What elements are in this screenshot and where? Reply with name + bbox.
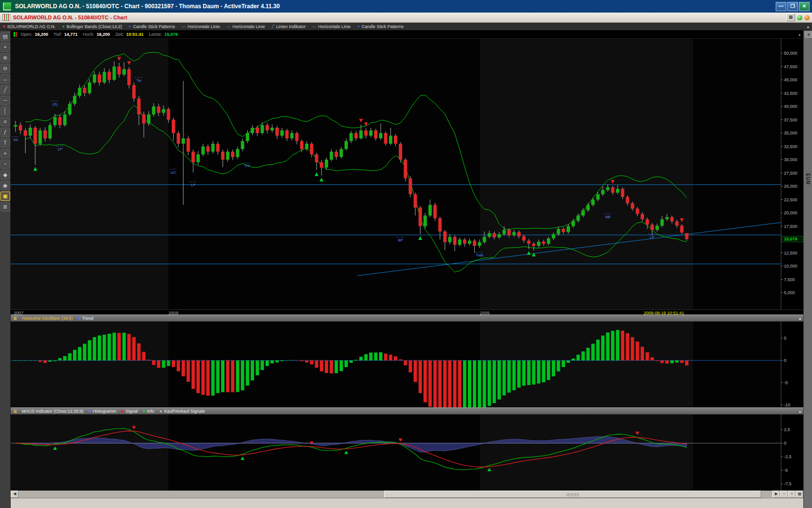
macd-panel[interactable]: 2,50-2,5-5-7,5 (11, 415, 803, 491)
legend-item-icon: — (312, 25, 316, 29)
svg-text:-2,5: -2,5 (784, 454, 792, 459)
indicator-legend-item[interactable]: ◆Trend (77, 316, 93, 321)
panel-collapse-button[interactable]: ▴ (799, 409, 801, 414)
minimize-button[interactable]: — (776, 2, 786, 11)
scroll-left-button[interactable]: ◀ (11, 491, 18, 498)
svg-text:0: 0 (784, 358, 786, 363)
legend-item-horizontale-linie[interactable]: —Horizontale Linie (312, 24, 350, 29)
svg-text:2,5: 2,5 (784, 427, 790, 432)
zoom-in-button[interactable]: + (788, 491, 796, 498)
drawing-toolbar: ▤+⊕⊖↔╱─│≡ƒT⌖~◆◉▣≣ (0, 30, 11, 508)
zoom-in-tool[interactable]: ⊕ (0, 53, 10, 62)
svg-text:DC: DC (245, 164, 251, 168)
text-tool[interactable]: T (0, 138, 10, 148)
open-value: 16,200 (35, 32, 48, 37)
indicator-legend-label: Kauf/Verkauf Signale (165, 409, 205, 414)
legend-item-label: Bollinger Bands (Close;14;2) (67, 24, 122, 29)
panel-collapse-button[interactable]: ▴ (799, 316, 801, 321)
pattern-tool[interactable]: ◆ (0, 170, 10, 179)
last-label: Letzte: (149, 32, 162, 37)
maximize-button[interactable]: ❐ (787, 2, 798, 11)
indicator-title: MACD Indicator (Close;12;26;9) (22, 409, 84, 414)
svg-text:25,000: 25,000 (784, 184, 797, 189)
indicator-legend-label: Histogramm (93, 409, 117, 414)
horizontal-scrollbar: ◀ ▶ − + ▦ (11, 491, 803, 498)
zoom-out-button[interactable]: − (780, 491, 788, 498)
legend-item-icon: ■ (3, 25, 5, 29)
svg-text:15,079: 15,079 (784, 237, 797, 241)
alert-tool[interactable]: ◉ (0, 181, 10, 190)
time-value: 10:51:41 (126, 32, 144, 37)
indicator-legend-item[interactable]: ◆Histogramm (89, 409, 117, 414)
svg-text:TwB: TwB (476, 253, 483, 257)
legend-item-label: SOLARWORLD AG O.N. (7, 24, 56, 29)
alert-status-icon (804, 15, 810, 20)
print-tool[interactable]: ≣ (0, 202, 10, 211)
calendar-button[interactable]: ▦ (796, 491, 803, 498)
legend-item-label: Linien Indikator (276, 24, 305, 29)
legend-item-label: Candle Stick Patterns (361, 24, 404, 29)
legend-item-icon: — (182, 25, 186, 29)
chart-window-title: SOLARWORLD AG O.N. - 510840/OTC - Chart (13, 15, 127, 20)
layout-button[interactable]: ▦ (786, 14, 795, 21)
ao-legend-bar: ≣Awesome Oscillator (34;5)◆Trend▴ (11, 314, 803, 322)
pan-tool[interactable]: ↔ (0, 75, 10, 84)
indicator-legend-item[interactable]: ▲Kauf/Verkauf Signale (159, 409, 205, 414)
indicator-legend-item[interactable]: ◆Signal (121, 409, 137, 414)
legend-item-icon: — (227, 25, 231, 29)
candlestick-icon (14, 32, 18, 37)
horizontal-line-tool[interactable]: ─ (0, 96, 10, 105)
indicator-legend-label: Signal (125, 409, 137, 414)
panel-collapse-button[interactable]: ▴ (798, 32, 801, 37)
svg-text:5,000: 5,000 (784, 290, 795, 295)
trendline-tool[interactable]: ╱ (0, 85, 10, 94)
indicator-icon: ≣ (13, 409, 17, 414)
legend-item-candle-stick-patterns[interactable]: ●Candle Stick Patterns (358, 24, 404, 29)
indicator-legend-item[interactable]: ◆Info (142, 409, 154, 414)
fibonacci-tool[interactable]: ƒ (0, 128, 10, 137)
scrollbar-track[interactable] (18, 491, 772, 498)
svg-text:7,500: 7,500 (784, 277, 795, 282)
scroll-right-button[interactable]: ▶ (772, 491, 780, 498)
window-bottom-edge (11, 498, 803, 508)
close-button[interactable]: ✕ (799, 2, 810, 11)
measure-tool[interactable]: ⌖ (0, 149, 10, 158)
channel-tool[interactable]: ≡ (0, 117, 10, 126)
chart-window-tool[interactable]: ▤ (0, 32, 10, 41)
high-value: 16,200 (97, 32, 110, 37)
price-axis[interactable]: 50,00047,50045,00042,50040,00037,50035,0… (781, 39, 803, 310)
svg-text:35,000: 35,000 (784, 131, 797, 135)
indicator-icon: ≣ (13, 316, 17, 321)
svg-text:LP: LP (58, 147, 62, 151)
legend-item-label: Horizontale Linie (318, 24, 350, 29)
window-title: SOLARWORLD AG O.N. - 510840/OTC - Chart … (15, 3, 280, 10)
legend-item-bollinger-bands-close-14-2-[interactable]: ●Bollinger Bands (Close;14;2) (62, 24, 122, 29)
svg-text:0: 0 (784, 441, 786, 446)
vertical-line-tool[interactable]: │ (0, 106, 10, 116)
favorites-tool[interactable]: ▣ (0, 192, 10, 201)
legend-item-horizontale-linie[interactable]: —Horizontale Linie (227, 24, 265, 29)
time-label: Zeit: (115, 32, 124, 37)
svg-text:30,000: 30,000 (784, 157, 797, 162)
last-value: 15,079 (165, 32, 178, 37)
axis-collapse-button[interactable]: ▲ (805, 31, 812, 38)
svg-text:20,000: 20,000 (784, 210, 797, 215)
legend-item-candle-stick-patterns[interactable]: ●Candle Stick Patterns (129, 24, 175, 29)
svg-text:TR: TR (13, 137, 18, 142)
svg-text:5: 5 (784, 336, 786, 341)
main-price-chart[interactable]: TR(S)LPTwUCLPDCBPTwBNBLP50,00047,50045,0… (11, 39, 803, 314)
legend-collapse-button[interactable]: ▴ (807, 24, 809, 29)
awesome-oscillator-panel[interactable]: 50-5-10 (11, 322, 803, 407)
scrollbar-thumb[interactable] (384, 491, 761, 498)
connection-status-icon (797, 15, 802, 20)
macd-legend-bar: ≣MACD Indicator (Close;12;26;9)◆Histogra… (11, 407, 803, 415)
legend-item-icon: ╱ (272, 25, 274, 29)
legend-item-solarworld-ag-o-n-[interactable]: ■SOLARWORLD AG O.N. (3, 24, 56, 29)
indicator-tool[interactable]: ~ (0, 160, 10, 169)
zoom-out-tool[interactable]: ⊖ (0, 64, 10, 73)
legend-item-horizontale-linie[interactable]: —Horizontale Linie (182, 24, 220, 29)
legend-item-linien-indikator[interactable]: ╱Linien Indikator (272, 24, 306, 29)
app-logo-icon (2, 2, 12, 11)
crosshair-tool[interactable]: + (0, 43, 10, 52)
svg-text:2008: 2008 (169, 311, 179, 314)
